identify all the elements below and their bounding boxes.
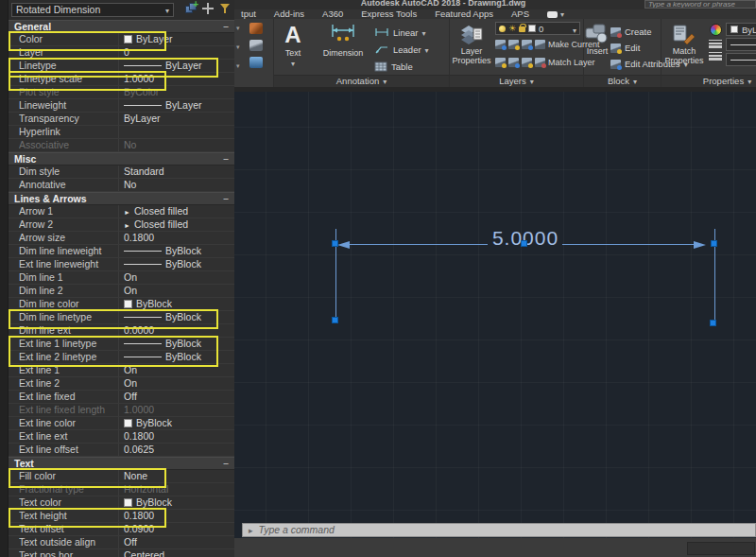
property-row[interactable]: Dim line 2On: [9, 285, 234, 298]
command-bar[interactable]: Type a command: [242, 523, 756, 537]
grip-text-center[interactable]: [521, 240, 527, 247]
property-value[interactable]: Off: [124, 536, 232, 548]
property-value[interactable]: ByLayer: [124, 33, 232, 45]
grip-origin-right[interactable]: [710, 320, 716, 326]
linear-button[interactable]: Linear: [374, 24, 429, 41]
property-row[interactable]: Ext line offset0.0625: [9, 444, 234, 457]
layers-panel-label[interactable]: Layers: [450, 75, 583, 87]
layer-tool-icon[interactable]: [508, 40, 519, 49]
insert-button[interactable]: Insert: [584, 21, 610, 75]
property-row[interactable]: Dim line 1On: [9, 271, 234, 285]
make-current-icon[interactable]: [535, 40, 545, 49]
property-row[interactable]: Dim line colorByBlock: [9, 298, 234, 311]
property-row[interactable]: Arrow size0.1800: [9, 232, 234, 245]
property-row[interactable]: Ext line fixed length1.0000: [9, 404, 234, 417]
layer-dropdown[interactable]: ☀ 0: [495, 22, 580, 35]
property-value[interactable]: 1.0000: [124, 73, 232, 85]
help-search-input[interactable]: Type a keyword or phrase: [644, 0, 756, 9]
property-value[interactable]: No: [124, 179, 232, 191]
property-row[interactable]: Ext line 2On: [9, 377, 234, 391]
property-row[interactable]: Hyperlink: [9, 126, 234, 139]
property-value[interactable]: Centered: [124, 549, 232, 557]
object-color-dropdown[interactable]: ByLayer: [726, 23, 756, 36]
match-layer-icon[interactable]: [535, 58, 545, 67]
property-row[interactable]: Dim line lineweightByBlock: [9, 245, 234, 258]
property-row[interactable]: TransparencyByLayer: [9, 113, 234, 126]
property-value[interactable]: 0.1800: [124, 510, 232, 522]
section-header[interactable]: General: [9, 20, 234, 33]
property-row[interactable]: Ext line 2 linetypeByBlock: [9, 351, 234, 364]
grip-origin-left[interactable]: [332, 317, 338, 323]
property-value[interactable]: 0.1800: [124, 430, 232, 443]
property-value[interactable]: 0.0000: [124, 324, 232, 337]
property-value[interactable]: ByBlock: [124, 311, 232, 323]
collapse-icon[interactable]: [223, 193, 229, 204]
property-value[interactable]: ByBlock: [124, 338, 232, 350]
property-value[interactable]: ByLayer: [124, 99, 232, 112]
property-value[interactable]: 0: [124, 46, 232, 59]
property-row[interactable]: Text outside alignOff: [9, 536, 234, 549]
section-header[interactable]: Lines & Arrows: [9, 192, 234, 205]
dimension-button[interactable]: Dimension: [312, 21, 374, 75]
tab-add-ins[interactable]: Add-ins: [274, 9, 304, 19]
tab-aps[interactable]: APS: [511, 9, 529, 19]
property-value[interactable]: 0.0900: [124, 523, 232, 535]
palette-grab-bar[interactable]: [0, 0, 9, 557]
property-value[interactable]: On: [124, 364, 232, 376]
section-header[interactable]: Text: [9, 457, 234, 470]
property-value[interactable]: ByBlock: [124, 417, 232, 429]
property-row[interactable]: Dim styleStandard: [9, 165, 234, 179]
block-panel-label[interactable]: Block: [584, 75, 661, 87]
object-type-dropdown[interactable]: Rotated Dimension: [11, 3, 174, 17]
select-objects-icon[interactable]: [202, 3, 214, 14]
property-value[interactable]: 0.0625: [124, 444, 232, 456]
property-row[interactable]: Ext line 1 linetypeByBlock: [9, 338, 234, 351]
property-value[interactable]: 1.0000: [124, 404, 232, 416]
property-row[interactable]: Linetype scale1.0000: [9, 73, 234, 86]
property-row[interactable]: Dim line ext0.0000: [9, 324, 234, 338]
match-properties-button[interactable]: Match Properties: [662, 21, 707, 75]
hatch-icon[interactable]: [249, 23, 263, 34]
property-value[interactable]: None: [124, 470, 232, 482]
property-value[interactable]: ByBlock: [124, 298, 232, 310]
property-row[interactable]: Ext line 1On: [9, 364, 234, 377]
tab-featured-apps[interactable]: Featured Apps: [435, 9, 493, 19]
property-value[interactable]: ByBlock: [124, 351, 232, 363]
collapse-icon[interactable]: [223, 458, 229, 469]
status-bar-button[interactable]: [687, 542, 755, 555]
property-value[interactable]: ByLayer: [124, 113, 232, 125]
boundary-icon[interactable]: [249, 40, 263, 51]
text-button[interactable]: A Text: [274, 21, 312, 75]
layer-tool-icon[interactable]: [522, 40, 532, 49]
color-wheel-icon[interactable]: [710, 24, 722, 36]
property-value[interactable]: ByBlock: [124, 258, 232, 270]
property-value[interactable]: No: [124, 139, 232, 151]
layer-tool-icon[interactable]: [495, 58, 506, 67]
grip-dimline-left[interactable]: [332, 240, 338, 247]
layer-on-icon[interactable]: [499, 26, 506, 32]
annotation-panel-label[interactable]: Annotation: [274, 75, 449, 87]
property-row[interactable]: LinetypeByLayer: [9, 60, 234, 73]
toggle-pickadd-icon[interactable]: +: [185, 3, 197, 14]
property-row[interactable]: Arrow 2Closed filled: [9, 218, 234, 232]
property-row[interactable]: Text height0.1800: [9, 510, 234, 523]
grip-dimline-right[interactable]: [711, 240, 717, 247]
property-value[interactable]: ByLayer: [124, 60, 232, 72]
tab-a360[interactable]: A360: [322, 9, 343, 19]
property-value[interactable]: Closed filled: [124, 218, 232, 231]
property-row[interactable]: Dim line linetypeByBlock: [9, 311, 234, 324]
property-value[interactable]: ByBlock: [124, 245, 232, 257]
layer-lock-icon[interactable]: [519, 26, 525, 32]
tab-tput[interactable]: tput: [241, 9, 256, 19]
property-row[interactable]: Plot styleByColor: [9, 86, 234, 99]
workspace-icon[interactable]: [547, 9, 564, 20]
property-value[interactable]: On: [124, 285, 232, 297]
property-value[interactable]: On: [124, 377, 232, 390]
section-header[interactable]: Misc: [9, 152, 234, 165]
linetype-dropdown[interactable]: [726, 53, 756, 66]
collapse-icon[interactable]: [223, 153, 229, 165]
property-row[interactable]: Text pos horCentered: [9, 549, 234, 557]
properties-panel-label[interactable]: Properties: [662, 75, 756, 87]
leader-button[interactable]: Leader: [374, 41, 429, 58]
layer-thaw-icon[interactable]: ☀: [508, 25, 516, 33]
